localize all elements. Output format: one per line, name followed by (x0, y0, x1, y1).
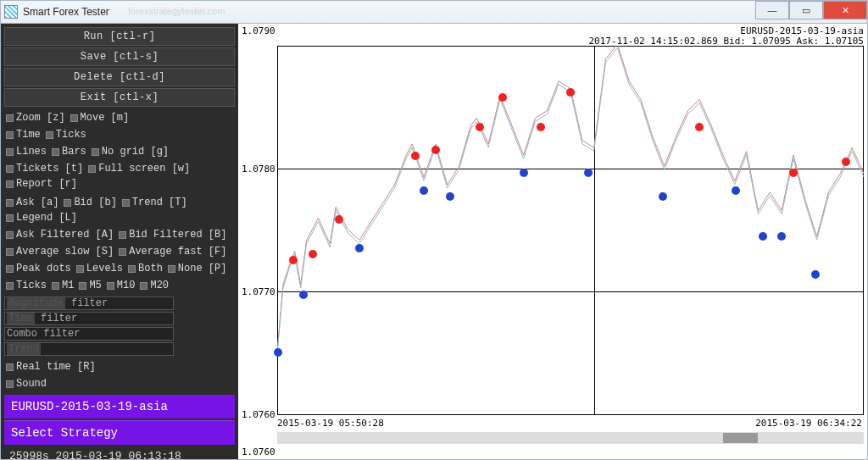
ask-checkbox[interactable]: Ask [a] (6, 197, 58, 208)
both-checkbox[interactable]: Both (128, 263, 163, 274)
y-tick-1: 1.0780 (242, 163, 275, 175)
dataset-name[interactable]: EURUSD-2015-03-19-asia (4, 395, 235, 418)
delete-button[interactable]: Delete [ctl-d] (4, 68, 235, 86)
sound-label: Sound (16, 378, 47, 390)
status-panel: 25998s 2015-03-19 06:13:18 Cursor: (6146… (4, 446, 235, 460)
peak-low-dot-4 (446, 192, 454, 201)
peak-low-dot-7 (659, 192, 667, 201)
none-label: None [P] (178, 263, 227, 274)
bid-label: Bid [b] (74, 197, 116, 208)
price-chart[interactable]: 1.0790 EURUSD-2015-03-19-asia 2017-11-02… (238, 24, 867, 459)
realtime-label: Real time [R] (16, 361, 96, 373)
chart-scrollbar[interactable] (277, 432, 864, 444)
peak-dots-checkbox[interactable]: Peak dots (6, 263, 71, 274)
sound-checkbox[interactable]: Sound (6, 378, 47, 390)
levels-checkbox[interactable]: Levels (76, 263, 123, 274)
x-end-label: 2015-03-19 06:34:22 (755, 418, 862, 429)
ticks2-label: Ticks (16, 280, 47, 291)
legend-label: Legend [L] (16, 212, 77, 224)
bid-filtered-checkbox[interactable]: Bid Filtered [B] (119, 229, 226, 241)
avg-fast-checkbox[interactable]: Average fast [F] (119, 246, 226, 258)
nogrid-label: No grid [g] (102, 146, 169, 158)
report-checkbox[interactable]: Report [r] (6, 178, 77, 190)
trendf-text: Trend (7, 343, 41, 355)
fullscreen-label: Full screen [w] (98, 163, 190, 175)
peak-low-dot-3 (420, 186, 428, 195)
tickets-label: Tickets [t] (16, 163, 83, 175)
trend-filter-input[interactable]: Trend (4, 342, 174, 356)
peak-high-dot-3 (411, 152, 420, 160)
zoom-checkbox[interactable]: Zoom [z] (6, 112, 65, 124)
combo-text: Combo filter (7, 328, 80, 340)
ask-f-label: Ask Filtered [A] (16, 229, 114, 241)
peak-high-dot-6 (498, 93, 507, 102)
m5-checkbox[interactable]: M5 (79, 280, 101, 291)
peak-label: Peak dots (16, 263, 71, 274)
ticks-label: Ticks (56, 129, 86, 141)
avg-slow-checkbox[interactable]: Average slow [S] (6, 246, 114, 258)
magnitude-filter-input[interactable]: Magnitude filter (4, 297, 174, 310)
url-hint: forexstrategytester.com (128, 6, 225, 16)
lines-checkbox[interactable]: Lines (6, 146, 47, 158)
y-tick-2: 1.0770 (242, 286, 275, 297)
ticks2-checkbox[interactable]: Ticks (6, 280, 47, 291)
peak-high-dot-1 (309, 250, 317, 258)
y-bottom-label: 1.0760 (242, 446, 275, 457)
y-tick-3: 1.0760 (242, 409, 275, 420)
legend-checkbox[interactable]: Legend [L] (6, 212, 77, 224)
run-button[interactable]: Run [ctl-r] (4, 27, 235, 46)
none-checkbox[interactable]: None [P] (168, 263, 227, 274)
m10-checkbox[interactable]: M10 (107, 280, 136, 291)
m10-label: M10 (117, 280, 136, 291)
ask-filtered-checkbox[interactable]: Ask Filtered [A] (6, 229, 114, 241)
time-checkbox[interactable]: Time (6, 129, 41, 141)
fullscreen-checkbox[interactable]: Full screen [w] (88, 163, 190, 175)
x-start-label: 2015-03-19 05:50:28 (277, 418, 384, 429)
peak-high-dot-7 (537, 123, 545, 131)
peak-low-dot-1 (299, 291, 308, 299)
window-titlebar: Smart Forex Tester forexstrategytester.c… (0, 0, 868, 24)
m5-label: M5 (89, 280, 101, 291)
peak-high-dot-2 (335, 215, 343, 224)
status-clock: 25998s 2015-03-19 06:13:18 (9, 450, 230, 460)
minimize-button[interactable]: — (755, 1, 789, 19)
trend-checkbox[interactable]: Trend [T] (122, 197, 187, 208)
time-label: Time (16, 129, 41, 141)
peak-high-dot-11 (842, 158, 850, 166)
combo-filter-input[interactable]: Combo filter (4, 327, 174, 341)
timef-label: Time (7, 313, 35, 324)
mag-label: Magnitude (7, 297, 65, 309)
y-tick-0: 1.0790 (242, 25, 275, 36)
peak-low-dot-10 (777, 232, 786, 241)
trend-label: Trend [T] (132, 197, 187, 208)
levels-label: Levels (86, 263, 123, 274)
report-label: Report [r] (16, 178, 77, 190)
avg-slow-label: Average slow [S] (16, 246, 114, 258)
bars-label: Bars (62, 146, 86, 158)
exit-button[interactable]: Exit [ctl-x] (4, 88, 235, 107)
peak-high-dot-0 (289, 256, 298, 264)
move-label: Move [m] (81, 112, 130, 124)
bid-checkbox[interactable]: Bid [b] (64, 197, 116, 208)
move-checkbox[interactable]: Move [m] (70, 112, 130, 124)
m1-checkbox[interactable]: M1 (52, 280, 74, 291)
save-button[interactable]: Save [ctl-s] (4, 47, 235, 66)
timef-text: filter (41, 313, 77, 324)
sidebar: Run [ctl-r] Save [ctl-s] Delete [ctl-d] … (1, 24, 238, 459)
peak-high-dot-10 (789, 169, 798, 177)
bars-checkbox[interactable]: Bars (52, 146, 86, 158)
maximize-button[interactable]: ▭ (789, 1, 823, 19)
time-filter-input[interactable]: Time filter (4, 312, 174, 325)
select-strategy-button[interactable]: Select Strategy (4, 420, 235, 445)
scrollbar-thumb[interactable] (723, 433, 759, 443)
m20-label: M20 (150, 280, 169, 291)
bid-f-label: Bid Filtered [B] (129, 229, 226, 241)
nogrid-checkbox[interactable]: No grid [g] (92, 146, 169, 158)
tickets-checkbox[interactable]: Tickets [t] (6, 163, 83, 175)
realtime-checkbox[interactable]: Real time [R] (6, 361, 96, 373)
ticks-checkbox[interactable]: Ticks (46, 129, 86, 141)
m20-checkbox[interactable]: M20 (140, 280, 169, 291)
peak-high-dot-5 (476, 123, 484, 131)
mag-text: filter (71, 297, 108, 309)
close-button[interactable]: ✕ (823, 1, 867, 19)
